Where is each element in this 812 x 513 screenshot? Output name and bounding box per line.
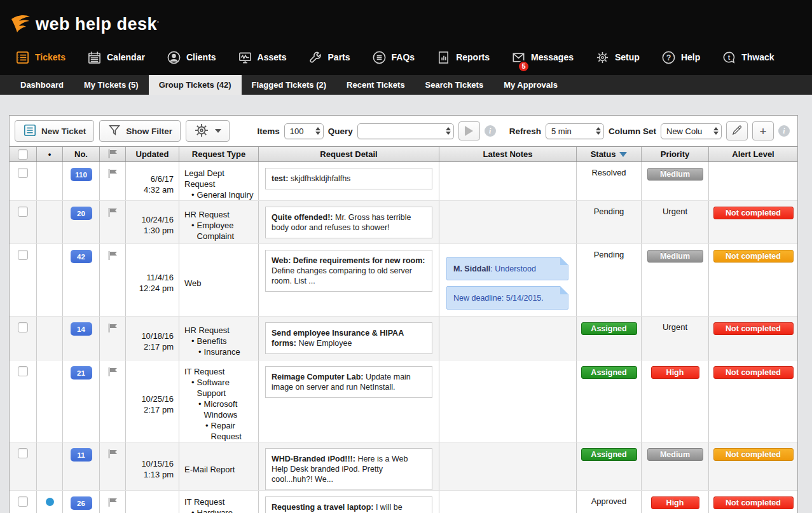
column-header-no-[interactable]: No.: [63, 147, 100, 161]
show-filter-button[interactable]: Show Filter: [99, 120, 181, 142]
alert-level-cell: Not completed: [709, 244, 797, 316]
nav-item-parts[interactable]: Parts: [308, 50, 350, 65]
latest-note[interactable]: M. Siddall: Understood: [446, 257, 568, 280]
ticket-number-badge[interactable]: 26: [71, 496, 92, 510]
nav-item-faqs[interactable]: FAQs: [372, 50, 415, 65]
status-badge: Medium: [647, 250, 703, 263]
request-detail-box[interactable]: Reimage Computer Lab: Update main image …: [265, 366, 432, 398]
request-detail-box[interactable]: Quite offended!: Mr. Gross has terrible …: [265, 207, 432, 238]
refresh-select[interactable]: 5 min: [546, 123, 604, 139]
select-all-header[interactable]: [10, 147, 37, 161]
request-detail-cell: test: skjdfhskldjhfalfhs: [259, 162, 439, 200]
column-header-alert-level[interactable]: Alert Level: [709, 147, 797, 161]
row-checkbox[interactable]: [18, 366, 28, 376]
flag-icon[interactable]: [107, 448, 118, 461]
nav-item-setup[interactable]: Setup: [595, 50, 640, 65]
subtab-flagged-tickets-2[interactable]: Flagged Tickets (2): [242, 75, 337, 95]
subtab-my-approvals[interactable]: My Approvals: [493, 75, 568, 95]
new-ticket-button[interactable]: New Ticket: [15, 120, 94, 142]
column-header-request-type[interactable]: Request Type: [179, 147, 259, 161]
row-checkbox[interactable]: [18, 322, 28, 332]
column-header-updated[interactable]: Updated: [126, 147, 179, 161]
ticket-row-26: 2610/30/164:45 pmIT Request•Hardware Sup…: [10, 491, 797, 513]
flag-cell: [100, 162, 126, 200]
priority-cell: Medium: [642, 442, 709, 490]
ticket-number-badge[interactable]: 14: [71, 322, 92, 336]
add-column-set-button[interactable]: +: [752, 121, 774, 140]
request-detail-box[interactable]: Web: Define requirements for new room: D…: [265, 250, 432, 292]
column-header--[interactable]: •: [37, 147, 63, 161]
column-header-latest-notes[interactable]: Latest Notes: [439, 147, 577, 161]
edit-column-set-button[interactable]: [726, 121, 748, 140]
unread-dot-cell: [37, 317, 63, 360]
flag-icon[interactable]: [107, 250, 118, 263]
request-detail-cell: Reimage Computer Lab: Update main image …: [259, 360, 439, 442]
flag-icon[interactable]: [107, 207, 118, 219]
request-detail-box[interactable]: test: skjdfhskldjhfalfhs: [265, 168, 432, 189]
latest-note[interactable]: New deadline: 5/14/2015.: [446, 286, 568, 310]
run-query-button[interactable]: [458, 121, 480, 140]
column-header-priority[interactable]: Priority: [642, 147, 709, 161]
flag-column-header[interactable]: [100, 147, 126, 161]
request-type-sub: •Microsoft Windows: [184, 399, 254, 420]
column-header-request-detail[interactable]: Request Detail: [259, 147, 439, 161]
subtab-my-tickets-5[interactable]: My Tickets (5): [74, 75, 149, 95]
items-select[interactable]: 100: [284, 123, 324, 139]
query-select[interactable]: [357, 123, 454, 139]
plus-icon: +: [759, 125, 766, 137]
flag-icon[interactable]: [107, 168, 118, 181]
ticket-number-badge[interactable]: 110: [71, 168, 92, 181]
subtab-search-tickets[interactable]: Search Tickets: [415, 75, 494, 95]
nav-item-clients[interactable]: Clients: [167, 50, 216, 65]
ticket-number-badge[interactable]: 20: [71, 207, 92, 220]
ticket-number-cell: 110: [63, 162, 100, 200]
flag-icon[interactable]: [107, 322, 118, 335]
alert-level-cell: Not completed: [709, 201, 797, 243]
nav-item-thwack[interactable]: tThwack: [722, 50, 774, 65]
status-badge: Assigned: [581, 448, 637, 461]
nav-item-messages[interactable]: Messages5: [511, 50, 574, 65]
row-checkbox[interactable]: [18, 250, 28, 260]
row-checkbox[interactable]: [18, 448, 28, 458]
row-select-cell: [10, 317, 37, 360]
column-header-status[interactable]: Status: [577, 147, 642, 161]
subtab-recent-tickets[interactable]: Recent Tickets: [336, 75, 415, 95]
request-detail-box[interactable]: Requesting a travel laptop: I will be tr…: [265, 496, 432, 513]
select-all-checkbox[interactable]: [18, 149, 28, 160]
alert-level-cell: Not completed: [709, 442, 797, 490]
request-detail-box[interactable]: WHD-Branded iPod!!!: Here is a Web Help …: [265, 448, 432, 490]
ticket-number-badge[interactable]: 42: [71, 250, 92, 263]
row-checkbox[interactable]: [18, 207, 28, 217]
query-info-icon[interactable]: i: [485, 125, 496, 137]
ticket-number-cell: 21: [63, 360, 100, 442]
subtab-dashboard[interactable]: Dashboard: [10, 75, 74, 95]
alert-level-cell: Not completed: [709, 317, 797, 360]
nav-item-calendar[interactable]: Calendar: [87, 50, 145, 65]
ticket-number-badge[interactable]: 11: [71, 448, 92, 462]
request-detail-box[interactable]: Send employee Insurance & HIPAA forms: N…: [265, 322, 432, 354]
request-type-cell: HR Request•Benefits•Insurance: [179, 317, 259, 360]
nav-label: Help: [681, 52, 700, 62]
column-set-select[interactable]: New Colu: [661, 123, 722, 139]
subtab-group-tickets-42[interactable]: Group Tickets (42): [149, 75, 242, 95]
row-checkbox[interactable]: [18, 168, 28, 178]
nav-item-reports[interactable]: Reports: [436, 50, 490, 65]
flag-cell: [100, 442, 126, 490]
nav-item-tickets[interactable]: Tickets: [15, 50, 65, 65]
logo-text: web help desk: [36, 15, 157, 34]
table-header-row: •No.UpdatedRequest TypeRequest DetailLat…: [10, 146, 797, 162]
column-set-info-icon[interactable]: i: [778, 125, 790, 137]
gear-icon: [194, 123, 209, 140]
row-checkbox[interactable]: [18, 496, 28, 507]
ticket-number-badge[interactable]: 21: [71, 366, 92, 380]
refresh-value: 5 min: [551, 127, 572, 136]
flag-icon[interactable]: [107, 496, 118, 509]
flag-icon[interactable]: [107, 366, 118, 379]
nav-item-help[interactable]: ?Help: [661, 50, 700, 65]
nav-item-assets[interactable]: Assets: [238, 50, 287, 65]
bulk-actions-gear-button[interactable]: [186, 120, 230, 142]
updated-date: 11/4/16: [147, 272, 174, 283]
updated-cell: 10/30/164:45 pm: [126, 491, 179, 513]
request-type-sub: •Benefits: [184, 336, 227, 346]
flag-cell: [100, 201, 126, 243]
